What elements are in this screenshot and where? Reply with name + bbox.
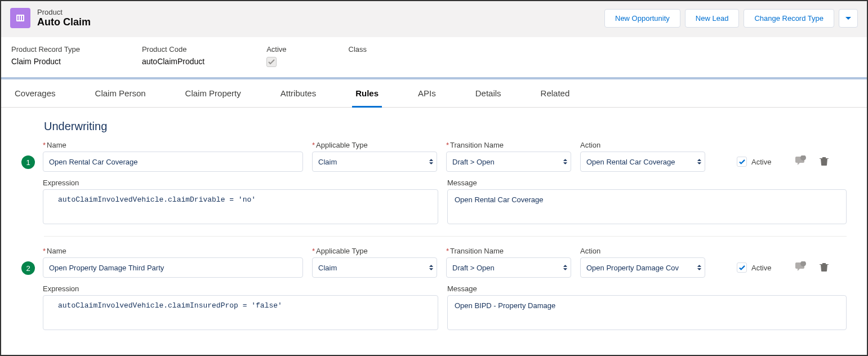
active-checkbox-disabled [266,57,277,67]
field-label: *Transition Name [446,141,571,149]
summary-record-type: Product Record Type Claim Product [11,45,80,67]
message-field: Message [447,284,847,332]
delete-icon[interactable] [820,262,829,274]
active-label: Active [751,158,771,166]
new-lead-button[interactable]: New Lead [685,9,740,28]
tab-apis[interactable]: APIs [415,79,439,107]
tab-attributes[interactable]: Attributes [277,79,319,107]
field-label: *Applicable Type [312,141,437,149]
fields-row: *Name *Applicable Type *Transition Name [43,141,847,172]
type-label: Product [37,8,91,16]
active-field: Active [737,152,771,172]
rule-number: 2 [21,261,35,275]
summary-class: Class [349,45,367,67]
field-label: *Transition Name [446,247,571,255]
tab-details[interactable]: Details [472,79,505,107]
second-row: Expression Message [43,284,847,332]
action-select[interactable] [580,257,705,278]
label-text: Transition Name [450,141,504,149]
tab-related[interactable]: Related [537,79,573,107]
transition-name-field: *Transition Name [446,141,571,172]
name-field: *Name [43,247,303,278]
tabs: Coverages Claim Person Claim Property At… [1,79,867,108]
summary-row: Product Record Type Claim Product Produc… [1,37,867,79]
rule-number: 1 [21,155,35,169]
svg-rect-2 [20,16,21,20]
applicable-type-field: *Applicable Type [312,247,437,278]
field-label: Message [447,179,847,187]
summary-label: Product Record Type [11,45,80,54]
expression-input[interactable] [43,189,438,224]
active-label: Active [751,264,771,272]
applicable-type-select[interactable] [312,152,437,172]
summary-label: Class [349,45,367,54]
active-checkbox[interactable] [737,157,747,167]
rule-body: *Name *Applicable Type *Transition Name [43,247,847,332]
label-text: Name [47,141,66,149]
name-input[interactable] [43,152,303,172]
field-label: Message [447,284,847,293]
svg-rect-1 [17,16,19,20]
label-text: Applicable Type [316,247,368,255]
tab-claim-property[interactable]: Claim Property [182,79,244,107]
content: Underwriting 1 *Name *Applicable Type [1,108,867,349]
header-bar: Product Auto Claim New Opportunity New L… [1,1,867,37]
action-field: Action [580,141,705,172]
svg-rect-3 [22,16,23,20]
action-select[interactable] [580,152,705,172]
label-text: Applicable Type [316,141,368,149]
label-text: Transition Name [450,247,504,255]
product-icon [10,8,30,28]
message-input[interactable] [447,189,847,224]
transition-name-select[interactable] [446,152,571,172]
applicable-type-field: *Applicable Type [312,141,437,172]
name-input[interactable] [43,257,303,278]
field-label: Expression [43,284,438,293]
summary-code: Product Code autoClaimProduct [142,45,204,67]
field-label: Action [580,141,705,149]
expression-field: Expression [43,284,438,332]
comment-icon[interactable] [795,261,807,274]
header-left: Product Auto Claim [10,8,91,28]
more-actions-button[interactable] [839,9,858,28]
expression-input[interactable] [43,295,438,330]
change-record-type-button[interactable]: Change Record Type [744,9,834,28]
name-field: *Name [43,141,303,172]
rule-row: 2 *Name *Applicable Type [21,247,847,332]
action-field: Action [580,247,705,278]
section-title: Underwriting [44,120,847,133]
summary-label: Active [266,45,286,54]
field-label: *Name [43,247,303,255]
field-label: Expression [43,179,438,187]
field-label: Action [580,247,705,255]
tools [795,257,829,278]
summary-label: Product Code [142,45,204,54]
fields-row: *Name *Applicable Type *Transition Name [43,247,847,278]
transition-name-select[interactable] [446,257,571,278]
active-field: Active [737,257,771,278]
label-text: Name [47,247,66,255]
page-title: Auto Claim [37,16,91,28]
transition-name-field: *Transition Name [446,247,571,278]
summary-value: autoClaimProduct [142,57,204,66]
expression-field: Expression [43,179,438,226]
chevron-down-icon [845,16,852,21]
applicable-type-select[interactable] [312,257,437,278]
tab-claim-person[interactable]: Claim Person [92,79,149,107]
message-field: Message [447,179,847,226]
message-input[interactable] [447,295,847,330]
delete-icon[interactable] [820,156,829,168]
new-opportunity-button[interactable]: New Opportunity [604,9,680,28]
header-actions: New Opportunity New Lead Change Record T… [600,9,858,28]
tab-rules[interactable]: Rules [352,79,382,107]
active-checkbox[interactable] [737,262,747,273]
field-label: *Applicable Type [312,247,437,255]
rule-row: 1 *Name *Applicable Type [21,141,847,226]
tools [795,152,829,172]
second-row: Expression Message [43,179,847,226]
summary-value: Claim Product [11,57,80,66]
summary-active: Active [266,45,286,67]
field-label: *Name [43,141,303,149]
tab-coverages[interactable]: Coverages [11,79,59,107]
comment-icon[interactable] [795,155,807,168]
